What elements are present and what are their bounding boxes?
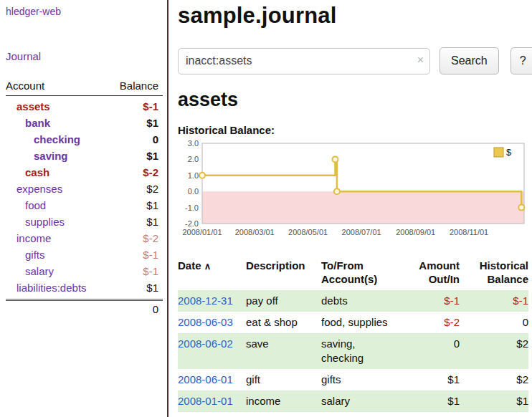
x-tick-label: 2008/07/01: [342, 228, 381, 236]
register-table: Date ∧ Description To/From Account(s) Am…: [178, 257, 528, 412]
account-balance: $1: [146, 279, 158, 296]
y-tick-label: 0.0: [188, 187, 199, 196]
account-balance: $-2: [143, 230, 158, 246]
account-balance: 0: [153, 131, 158, 148]
account-link-supplies[interactable]: supplies: [6, 214, 65, 230]
register-amount: $1: [400, 369, 460, 390]
register-accounts: saving, checking: [321, 333, 400, 369]
register-date-link[interactable]: 2008-06-03: [178, 316, 233, 328]
data-point-marker: [518, 205, 524, 211]
search-form: × Search ?: [178, 47, 532, 75]
accounts-table: Account Balance assets$-1bank$1checking0…: [6, 78, 163, 315]
register-amount: $1: [400, 390, 460, 412]
account-link-income[interactable]: income: [6, 230, 51, 246]
register-description: income: [246, 390, 321, 412]
register-amount: $-1: [400, 290, 460, 312]
account-link-bank[interactable]: bank: [6, 115, 50, 131]
data-point-marker: [333, 156, 338, 162]
account-row: liabilities:debts$1: [6, 279, 163, 296]
y-tick-label: 2.0: [188, 155, 199, 163]
date-header-label: Date: [178, 259, 201, 272]
y-tick-label: 1.0: [188, 171, 199, 180]
hledger-web-app: hledger-web Journal Account Balance asse…: [0, 0, 532, 417]
account-link-assets[interactable]: assets: [6, 98, 50, 115]
clear-search-icon[interactable]: ×: [417, 54, 424, 66]
sidebar: hledger-web Journal Account Balance asse…: [0, 0, 168, 417]
main-content: sample.journal × Search ? assets Histori…: [168, 0, 532, 417]
register-accounts: food, supplies: [321, 312, 400, 333]
balance-chart-svg: 3.02.01.00.0-1.0-2.02008/01/012008/03/01…: [178, 140, 528, 246]
register-balance: $-1: [460, 290, 528, 312]
account-row: food$1: [6, 197, 163, 214]
account-balance: $1: [146, 148, 158, 164]
register-date-link[interactable]: 2008-12-31: [178, 294, 233, 307]
y-tick-label: -1.0: [185, 203, 199, 212]
account-balance: $1: [146, 214, 158, 230]
accounts-header-account: Account: [6, 80, 44, 92]
register-balance: $2: [460, 369, 528, 390]
account-link-cash[interactable]: cash: [6, 164, 49, 181]
register-row: 2008-06-01giftgifts$1$2: [178, 369, 528, 390]
accounts-table-header: Account Balance: [6, 78, 163, 96]
page-title: sample.journal: [178, 3, 532, 29]
account-balance: $1: [146, 197, 158, 214]
account-link-salary[interactable]: salary: [6, 263, 54, 279]
x-tick-label: 2008/11/01: [450, 228, 488, 236]
data-point-marker: [334, 188, 340, 194]
register-accounts: debts: [321, 290, 400, 312]
register-description: pay off: [246, 290, 321, 312]
account-row: cash$-2: [6, 164, 163, 181]
sidebar-item-journal[interactable]: Journal: [6, 50, 163, 62]
register-row: 2008-01-01incomesalary$1$1: [178, 390, 528, 412]
accounts-total-value: 0: [153, 303, 158, 315]
register-balance: $2: [460, 333, 528, 369]
register-row: 2008-12-31pay offdebts$-1$-1: [178, 290, 528, 312]
account-row: income$-2: [6, 230, 163, 246]
column-header-accounts: To/From Account(s): [321, 257, 400, 290]
help-button[interactable]: ?: [510, 47, 532, 75]
y-tick-label: -2.0: [185, 219, 199, 228]
account-link-liabilities-debts[interactable]: liabilities:debts: [6, 279, 87, 296]
account-row: salary$-1: [6, 263, 163, 279]
register-amount: $-2: [400, 312, 460, 333]
x-tick-label: 2008/09/01: [396, 228, 435, 236]
x-tick-label: 2008/03/01: [235, 228, 275, 236]
register-description: eat & shop: [246, 312, 321, 333]
account-balance: $1: [146, 115, 158, 131]
register-description: gift: [246, 369, 321, 390]
register-row: 2008-06-02savesaving, checking0$2: [178, 333, 528, 369]
account-row: bank$1: [6, 115, 163, 131]
account-row: supplies$1: [6, 214, 163, 230]
chart-title: Historical Balance:: [178, 124, 532, 136]
account-section-heading: assets: [178, 89, 532, 111]
register-accounts: salary: [321, 390, 400, 412]
register-date-link[interactable]: 2008-06-02: [178, 337, 233, 350]
account-row: gifts$-1: [6, 246, 163, 263]
accounts-rows: assets$-1bank$1checking0saving$1cash$-2e…: [6, 96, 163, 296]
search-button[interactable]: Search: [440, 47, 499, 75]
register-date-link[interactable]: 2008-06-01: [178, 373, 233, 385]
column-header-description: Description: [246, 257, 321, 290]
register-balance: $1: [460, 390, 528, 412]
x-tick-label: 2008/05/01: [288, 228, 328, 236]
account-balance: $2: [146, 181, 158, 197]
legend-swatch: [494, 148, 503, 157]
x-tick-label: 2008/01/01: [182, 228, 222, 236]
register-date-link[interactable]: 2008-01-01: [178, 395, 233, 407]
register-description: save: [246, 333, 321, 369]
negative-region: [202, 191, 524, 224]
app-title-link[interactable]: hledger-web: [6, 6, 163, 17]
register-row: 2008-06-03eat & shopfood, supplies$-20: [178, 312, 528, 333]
column-header-date[interactable]: Date ∧: [178, 257, 246, 290]
account-balance: $-1: [143, 246, 158, 263]
account-link-food[interactable]: food: [6, 197, 46, 214]
account-balance: $-2: [143, 164, 158, 181]
search-input[interactable]: [178, 48, 430, 75]
account-balance: $-1: [143, 263, 158, 279]
account-link-expenses[interactable]: expenses: [6, 181, 62, 197]
account-link-gifts[interactable]: gifts: [6, 246, 45, 263]
account-row: assets$-1: [6, 98, 163, 115]
account-link-checking[interactable]: checking: [6, 131, 80, 148]
account-link-saving[interactable]: saving: [6, 148, 68, 164]
register-accounts: gifts: [321, 369, 400, 390]
